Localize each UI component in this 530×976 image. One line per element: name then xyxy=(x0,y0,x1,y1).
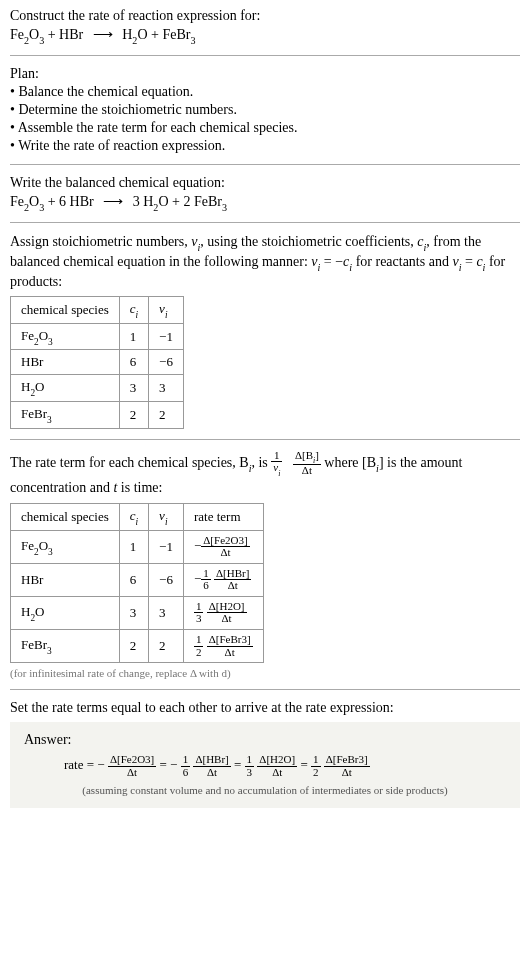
final-block: Set the rate terms equal to each other t… xyxy=(10,700,520,808)
plan-item: • Determine the stoichiometric numbers. xyxy=(10,102,520,118)
prompt-equation: Fe2O3 + HBr ⟶ H2O + FeBr3 xyxy=(10,26,520,45)
rate-term-block: The rate term for each chemical species,… xyxy=(10,450,520,679)
stoich-block: Assign stoichiometric numbers, νi, using… xyxy=(10,233,520,429)
answer-footnote: (assuming constant volume and no accumul… xyxy=(24,784,506,796)
table-row: FeBr3 2 2 xyxy=(11,402,184,429)
table-header-row: chemical species ci νi xyxy=(11,297,184,324)
table-row: H2O 3 3 13 Δ[H2O]Δt xyxy=(11,596,264,629)
prompt-text: Construct the rate of reaction expressio… xyxy=(10,8,520,24)
answer-expression: rate = − Δ[Fe2O3]Δt = − 16 Δ[HBr]Δt = 13… xyxy=(64,754,506,778)
table-row: H2O 3 3 xyxy=(11,375,184,402)
divider xyxy=(10,439,520,440)
table-header-row: chemical species ci νi rate term xyxy=(11,504,264,531)
col-ci: ci xyxy=(119,297,148,324)
reaction-arrow-icon: ⟶ xyxy=(93,26,113,43)
stoich-paragraph: Assign stoichiometric numbers, νi, using… xyxy=(10,233,520,293)
balanced-equation: Fe2O3 + 6 HBr ⟶ 3 H2O + 2 FeBr3 xyxy=(10,193,520,212)
col-species: chemical species xyxy=(11,297,120,324)
rate-term-table: chemical species ci νi rate term Fe2O3 1… xyxy=(10,503,264,663)
prompt-block: Construct the rate of reaction expressio… xyxy=(10,8,520,45)
plan-item: • Write the rate of reaction expression. xyxy=(10,138,520,154)
plan-title: Plan: xyxy=(10,66,520,82)
table-row: Fe2O3 1 −1 xyxy=(11,323,184,350)
table-footnote: (for infinitesimal rate of change, repla… xyxy=(10,667,520,679)
table-row: FeBr3 2 2 12 Δ[FeBr3]Δt xyxy=(11,629,264,662)
plan-item: • Assemble the rate term for each chemic… xyxy=(10,120,520,136)
divider xyxy=(10,164,520,165)
plan-item: • Balance the chemical equation. xyxy=(10,84,520,100)
divider xyxy=(10,689,520,690)
col-nui: νi xyxy=(149,297,184,324)
table-row: HBr 6 −6 −16 Δ[HBr]Δt xyxy=(11,563,264,596)
species-fe2o3: Fe2O3 xyxy=(10,27,44,42)
answer-box: Answer: rate = − Δ[Fe2O3]Δt = − 16 Δ[HBr… xyxy=(10,722,520,808)
divider xyxy=(10,222,520,223)
fraction: Δ[Bi]Δt xyxy=(293,450,321,477)
stoich-table: chemical species ci νi Fe2O3 1 −1 HBr 6 … xyxy=(10,296,184,428)
table-row: Fe2O3 1 −1 −Δ[Fe2O3]Δt xyxy=(11,530,264,563)
answer-label: Answer: xyxy=(24,732,506,748)
fraction: 1νi xyxy=(271,450,282,477)
plan-block: Plan: • Balance the chemical equation. •… xyxy=(10,66,520,154)
table-row: HBr 6 −6 xyxy=(11,350,184,375)
divider xyxy=(10,55,520,56)
balanced-title: Write the balanced chemical equation: xyxy=(10,175,520,191)
balanced-block: Write the balanced chemical equation: Fe… xyxy=(10,175,520,212)
reaction-arrow-icon: ⟶ xyxy=(103,193,123,210)
rate-term-paragraph: The rate term for each chemical species,… xyxy=(10,450,520,499)
final-title: Set the rate terms equal to each other t… xyxy=(10,700,520,716)
